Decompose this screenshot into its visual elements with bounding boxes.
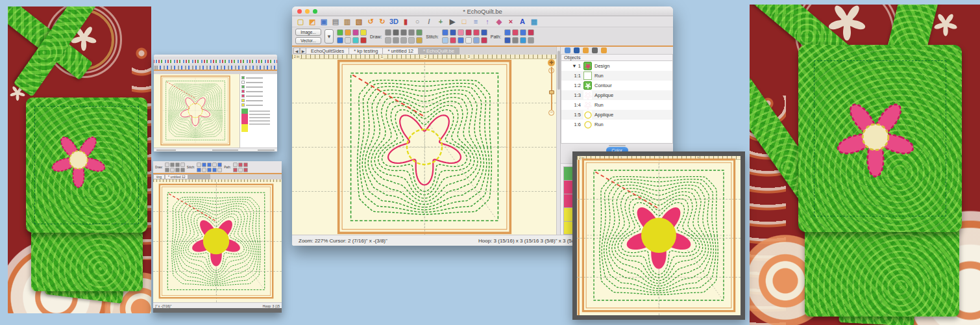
slider-handle[interactable] [549,90,554,94]
mini1-object-row [241,75,277,80]
vector-button[interactable]: Vector... [295,37,321,44]
mini2-tool-icon [202,168,206,172]
3d-icon[interactable]: 3D [389,18,398,26]
object-row-design[interactable]: ▼ 1Design [561,61,672,71]
path-tool-icon[interactable] [528,29,534,36]
object-row-run[interactable]: 1:1Run [561,71,672,81]
tab-echoquilt-be[interactable]: * EchoQuilt.be [419,47,459,55]
rotate-right-icon[interactable]: ↻ [378,18,387,26]
print-icon[interactable]: ▤ [331,18,340,26]
object-row-run[interactable]: 1:4Run [561,100,672,110]
draw-tool-icon[interactable] [393,37,399,44]
window-title: * EchoQuilt.be [463,8,502,15]
view-tool-icon[interactable] [360,29,367,36]
vertical-scrollbar[interactable] [556,47,560,235]
object-number: 1:5 [565,112,581,118]
palette-icon[interactable]: ◆ [495,18,504,26]
draw-tool-icon[interactable] [408,37,415,44]
tab-scroll-left[interactable]: ◀ [293,47,300,54]
mini2-tool-icon [217,168,222,172]
object-row-run[interactable]: 1:6Run [561,120,672,129]
image-icon[interactable]: ▦ [530,18,539,26]
view-tool-icon[interactable] [345,37,351,44]
design-canvas[interactable]: ✛ + − [292,59,556,235]
framed-stitchout-photo: 2 in123 [572,151,745,320]
draw-tool-icon[interactable] [385,37,391,44]
object-row-applique[interactable]: 1:3Applique [561,90,672,100]
path-tool-icon[interactable] [512,37,519,44]
path-tool-icon[interactable] [520,29,526,36]
stitch-tool-icon[interactable] [458,29,464,36]
view-tool-icon[interactable] [345,29,351,36]
zoom-button[interactable] [313,9,317,14]
draw-tool-icon[interactable] [416,29,423,36]
tab-kp-testing[interactable]: * kp testing [349,47,383,55]
rotate-left-icon[interactable]: ↺ [366,18,375,26]
save-icon[interactable]: ▣ [319,18,328,26]
thread-icon[interactable]: × [506,18,515,26]
zoom-icon[interactable]: ○ [413,18,422,26]
view-tool-icon[interactable] [360,37,367,44]
stitch-tool-icon[interactable] [481,29,487,36]
stitch-tool-icon[interactable] [442,29,448,36]
minimize-button[interactable] [305,9,310,14]
new-icon[interactable]: ▢ [296,18,305,26]
frame-icon[interactable]: □ [459,18,469,26]
object-row-applique[interactable]: 1:5Applique [561,110,672,120]
pen-icon[interactable]: / [424,18,434,26]
lock-b-icon[interactable] [601,47,607,53]
stitch-tool-icon[interactable] [450,29,456,36]
center-icon[interactable]: + [436,18,445,26]
view-tool-icon[interactable] [352,37,359,44]
export-icon[interactable]: ↑ [483,18,492,26]
tab-scroll-right[interactable]: ▶ [300,47,306,54]
draw-tool-icon[interactable] [400,37,407,44]
object-row-contour[interactable]: 1:2Contour [561,81,672,90]
open-icon[interactable]: ◩ [308,18,317,26]
draw-tool-icon[interactable] [400,29,407,36]
stitch-tool-icon[interactable] [442,37,448,44]
path-tool-icon[interactable] [528,37,534,44]
path-tool-icon[interactable] [504,29,511,36]
paste-icon[interactable]: ▧ [354,18,363,26]
close-button[interactable] [297,9,302,14]
measure-icon[interactable]: ≡ [471,18,480,26]
stitch-tool-icon[interactable] [458,37,464,44]
layers-icon[interactable] [565,47,570,53]
cursor-icon[interactable]: ▶ [448,18,457,26]
view-tool-icon[interactable] [337,29,343,36]
dropper-button[interactable]: ▾ [325,29,334,44]
lock-a-icon[interactable] [583,47,589,53]
path-tool-icon[interactable] [504,37,511,44]
stitch-tool-icon[interactable] [465,37,472,44]
echo-spacing-slider[interactable]: ✛ + − [548,60,556,119]
tab-untitled-12[interactable]: * untitled 12 [383,47,419,55]
object-number: 1:1 [565,73,581,79]
view-tool-icon[interactable] [352,29,359,36]
chart-icon[interactable]: ▮ [401,18,410,26]
text-icon[interactable]: A [518,18,527,26]
mini2-tool-icon [212,168,217,172]
view-tool-icon[interactable] [337,37,343,44]
path-tool-icon[interactable] [512,29,519,36]
path-tool-icon[interactable] [520,37,526,44]
draw-tool-icon[interactable] [416,37,423,44]
draw-tool-icon[interactable] [385,29,391,36]
stitch-tool-icon[interactable] [450,37,456,44]
camera-icon[interactable] [592,47,598,53]
stitch-tool-icon[interactable] [473,29,480,36]
stack-order-icon[interactable] [574,47,580,53]
minus-icon[interactable]: − [548,110,554,116]
move-icon[interactable]: ✛ [548,59,555,66]
tab-echoquiltsides[interactable]: EchoQuiltSides [306,47,349,55]
image-button[interactable]: Image... [295,29,321,36]
stitch-tool-icon[interactable] [481,37,487,44]
copy-icon[interactable]: ▥ [343,18,352,26]
stitch-tool-icon[interactable] [465,29,472,36]
titlebar[interactable]: * EchoQuilt.be [292,6,673,16]
collage: Draw: Stitch: Path: ting* untitled 12 )"… [0,0,980,325]
draw-tool-icon[interactable] [408,29,415,36]
stitch-tool-icon[interactable] [473,37,480,44]
photo-right-bag [750,5,980,325]
draw-tool-icon[interactable] [393,29,399,36]
